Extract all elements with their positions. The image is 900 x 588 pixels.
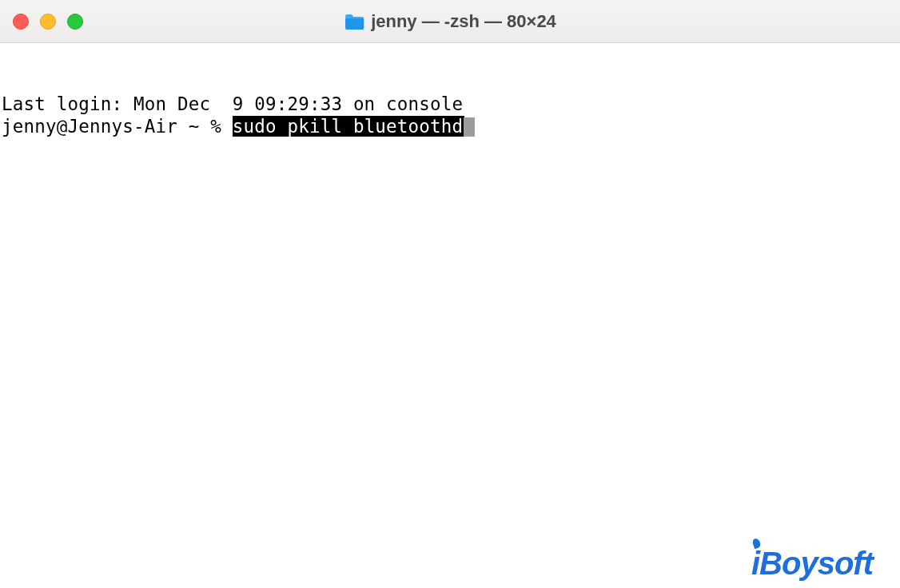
command-text: sudo pkill bluetoothd bbox=[233, 116, 465, 137]
minimize-button[interactable] bbox=[40, 14, 56, 30]
shell-prompt: jenny@Jennys-Air ~ % bbox=[2, 116, 233, 137]
watermark-text: Boysoft bbox=[759, 546, 873, 581]
folder-icon bbox=[344, 13, 364, 30]
zoom-button[interactable] bbox=[67, 14, 83, 30]
close-button[interactable] bbox=[13, 14, 29, 30]
window-titlebar[interactable]: jenny — -zsh — 80×24 bbox=[0, 0, 900, 43]
watermark-logo: iBoysoft bbox=[751, 546, 873, 582]
prompt-line: jenny@Jennys-Air ~ % sudo pkill bluetoot… bbox=[2, 115, 898, 137]
traffic-lights bbox=[13, 14, 83, 30]
window-title-group: jenny — -zsh — 80×24 bbox=[344, 11, 556, 32]
terminal-cursor bbox=[464, 117, 475, 137]
window-title: jenny — -zsh — 80×24 bbox=[371, 11, 556, 32]
terminal-window: jenny — -zsh — 80×24 Last login: Mon Dec… bbox=[0, 0, 900, 588]
terminal-body[interactable]: Last login: Mon Dec 9 09:29:33 on consol… bbox=[0, 43, 900, 588]
last-login-line: Last login: Mon Dec 9 09:29:33 on consol… bbox=[2, 93, 898, 115]
